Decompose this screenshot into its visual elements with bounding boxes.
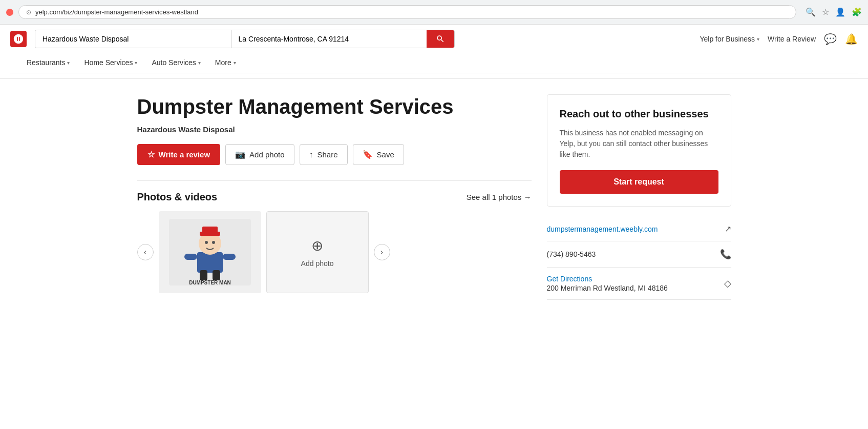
photos-header: Photos & videos See all 1 photos → (137, 191, 532, 203)
sidebar-card-title: Reach out to other businesses (560, 107, 718, 120)
header-right: Yelp for Business ▾ Write a Review 💬 🔔 (700, 33, 858, 45)
dumpster-man-photo[interactable]: DUMPSTER MAN (159, 211, 261, 293)
search-input[interactable] (35, 30, 231, 48)
camera-icon: 📷 (235, 150, 245, 159)
directions-icon: ◇ (724, 278, 731, 289)
location-input[interactable] (231, 30, 427, 48)
browser-bookmark-icon[interactable]: ☆ (822, 7, 829, 17)
svg-rect-6 (223, 254, 236, 260)
browser-search-icon[interactable]: 🔍 (806, 7, 816, 17)
address-bar[interactable]: ⊙ yelp.com/biz/dumpster-management-servi… (18, 5, 796, 19)
svg-point-9 (205, 241, 208, 244)
address-bar-url: yelp.com/biz/dumpster-management-service… (35, 8, 198, 16)
write-review-star-icon: ☆ (147, 150, 155, 159)
directions-item: Get Directions 200 Merriman Rd Westland,… (547, 268, 731, 300)
yelp-logo[interactable] (10, 31, 27, 47)
yelp-header: Yelp for Business ▾ Write a Review 💬 🔔 R… (0, 25, 868, 79)
sidebar: Reach out to other businesses This busin… (547, 94, 731, 300)
svg-rect-7 (200, 270, 207, 280)
phone-icon[interactable]: 📞 (720, 249, 731, 260)
share-button[interactable]: ↑ Share (300, 144, 348, 165)
header-messages-icon[interactable]: 💬 (824, 33, 837, 45)
browser-profile-icon[interactable]: 👤 (835, 7, 845, 17)
business-address: 200 Merriman Rd Westland, MI 48186 (547, 284, 668, 292)
restaurants-chevron: ▾ (67, 60, 70, 66)
nav-item-home-services[interactable]: Home Services ▾ (78, 55, 143, 70)
yelp-for-business-link[interactable]: Yelp for Business ▾ (700, 35, 759, 43)
nav-item-restaurants[interactable]: Restaurants ▾ (20, 55, 76, 70)
add-photo-icon: ⊕ (311, 237, 323, 254)
svg-rect-5 (184, 254, 197, 260)
add-photo-button[interactable]: 📷 Add photo (225, 144, 294, 165)
nav-item-more[interactable]: More ▾ (209, 55, 242, 70)
address-bar-security-icon: ⊙ (26, 9, 31, 16)
search-bar (35, 30, 455, 48)
browser-chrome: × ⊙ yelp.com/biz/dumpster-management-ser… (0, 0, 868, 25)
svg-text:DUMPSTER MAN: DUMPSTER MAN (189, 280, 231, 285)
browser-icons: 🔍 ☆ 👤 🧩 (806, 7, 862, 17)
more-chevron: ▾ (234, 60, 236, 66)
dumpster-man-svg: DUMPSTER MAN (169, 219, 251, 285)
add-photo-tile[interactable]: ⊕ Add photo (266, 211, 369, 293)
browser-extensions-icon[interactable]: 🧩 (852, 7, 862, 17)
business-category: Hazardous Waste Disposal (137, 125, 532, 134)
get-directions-link[interactable]: Get Directions (547, 275, 668, 283)
home-services-chevron: ▾ (135, 60, 137, 66)
bookmark-icon: 🔖 (363, 150, 373, 159)
auto-services-chevron: ▾ (198, 60, 201, 66)
external-link-icon: ↗ (725, 224, 731, 234)
nav-item-auto-services[interactable]: Auto Services ▾ (145, 55, 206, 70)
svg-point-10 (212, 241, 215, 244)
search-button[interactable] (427, 30, 454, 48)
website-link[interactable]: dumpstermanagement.weebly.com (547, 225, 658, 233)
header-top: Yelp for Business ▾ Write a Review 💬 🔔 (10, 30, 858, 48)
phone-item: (734) 890-5463 📞 (547, 241, 731, 268)
svg-rect-8 (213, 270, 220, 280)
photo-nav-prev[interactable]: ‹ (137, 244, 154, 260)
business-main: Dumpster Management Services Hazardous W… (137, 94, 532, 300)
svg-rect-1 (197, 252, 223, 273)
photo-nav-next[interactable]: › (374, 244, 390, 260)
write-review-button[interactable]: ☆ Write a review (137, 144, 221, 165)
share-icon: ↑ (309, 150, 313, 159)
yelp-business-chevron: ▾ (757, 36, 759, 42)
header-write-review-link[interactable]: Write a Review (768, 35, 816, 43)
save-button[interactable]: 🔖 Save (353, 144, 404, 165)
browser-close-button[interactable]: × (6, 9, 13, 16)
website-item: dumpstermanagement.weebly.com ↗ (547, 217, 731, 241)
sidebar-card-description: This business has not enabled messaging … (560, 128, 718, 160)
svg-rect-4 (202, 227, 218, 234)
reach-out-card: Reach out to other businesses This busin… (547, 94, 731, 207)
photos-grid: ‹ (137, 211, 532, 293)
directions-content: Get Directions 200 Merriman Rd Westland,… (547, 275, 668, 292)
photos-section-title: Photos & videos (137, 191, 218, 203)
start-request-button[interactable]: Start request (560, 170, 718, 194)
header-notifications-icon[interactable]: 🔔 (845, 33, 858, 45)
phone-number: (734) 890-5463 (547, 250, 596, 258)
action-buttons: ☆ Write a review 📷 Add photo ↑ Share 🔖 S… (137, 144, 532, 165)
section-divider (137, 180, 532, 181)
main-content: Dumpster Management Services Hazardous W… (127, 79, 742, 315)
business-title: Dumpster Management Services (137, 94, 532, 119)
yelp-nav: Restaurants ▾ Home Services ▾ Auto Servi… (10, 52, 858, 73)
see-all-photos-link[interactable]: See all 1 photos → (467, 193, 532, 201)
